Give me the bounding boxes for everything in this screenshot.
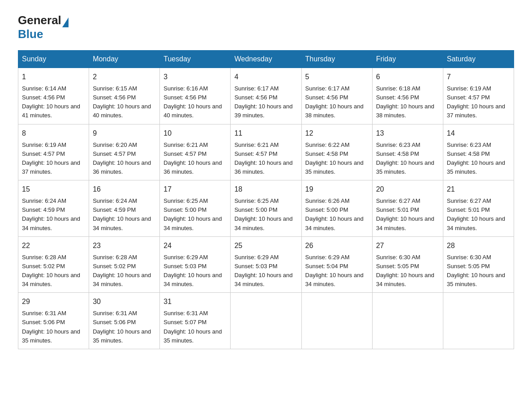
day-info: Sunrise: 6:29 AMSunset: 5:03 PMDaylight:… xyxy=(163,254,222,287)
day-info: Sunrise: 6:31 AMSunset: 5:06 PMDaylight:… xyxy=(22,310,80,343)
day-number: 7 xyxy=(447,72,510,82)
day-info: Sunrise: 6:31 AMSunset: 5:06 PMDaylight:… xyxy=(93,310,151,343)
day-number: 6 xyxy=(376,72,439,82)
day-info: Sunrise: 6:23 AMSunset: 4:58 PMDaylight:… xyxy=(447,141,505,175)
calendar-cell: 10Sunrise: 6:21 AMSunset: 4:57 PMDayligh… xyxy=(160,124,231,180)
calendar-week-row: 15Sunrise: 6:24 AMSunset: 4:59 PMDayligh… xyxy=(18,180,514,237)
day-number: 3 xyxy=(163,72,227,82)
calendar-cell: 25Sunrise: 6:29 AMSunset: 5:03 PMDayligh… xyxy=(231,236,301,293)
calendar-cell: 12Sunrise: 6:22 AMSunset: 4:58 PMDayligh… xyxy=(301,124,372,180)
day-info: Sunrise: 6:17 AMSunset: 4:56 PMDaylight:… xyxy=(305,85,364,119)
calendar-cell: 3Sunrise: 6:16 AMSunset: 4:56 PMDaylight… xyxy=(160,68,231,124)
page-header: General Blue xyxy=(18,13,514,41)
day-info: Sunrise: 6:26 AMSunset: 5:00 PMDaylight:… xyxy=(305,197,364,231)
calendar-cell xyxy=(443,293,514,349)
day-info: Sunrise: 6:15 AMSunset: 4:56 PMDaylight:… xyxy=(93,85,151,119)
calendar-cell xyxy=(301,293,372,349)
day-info: Sunrise: 6:24 AMSunset: 4:59 PMDaylight:… xyxy=(22,197,80,231)
calendar-cell: 11Sunrise: 6:21 AMSunset: 4:57 PMDayligh… xyxy=(231,124,301,180)
calendar-cell: 14Sunrise: 6:23 AMSunset: 4:58 PMDayligh… xyxy=(443,124,514,180)
day-info: Sunrise: 6:27 AMSunset: 5:01 PMDaylight:… xyxy=(447,197,505,231)
col-header-wednesday: Wednesday xyxy=(231,51,301,68)
day-info: Sunrise: 6:31 AMSunset: 5:07 PMDaylight:… xyxy=(163,310,222,343)
calendar-cell: 30Sunrise: 6:31 AMSunset: 5:06 PMDayligh… xyxy=(89,293,160,349)
day-info: Sunrise: 6:14 AMSunset: 4:56 PMDaylight:… xyxy=(22,85,80,119)
calendar-cell: 4Sunrise: 6:17 AMSunset: 4:56 PMDaylight… xyxy=(231,68,301,124)
day-number: 12 xyxy=(305,128,369,139)
calendar-cell: 23Sunrise: 6:28 AMSunset: 5:02 PMDayligh… xyxy=(89,236,160,293)
day-number: 22 xyxy=(22,240,85,251)
calendar-cell: 31Sunrise: 6:31 AMSunset: 5:07 PMDayligh… xyxy=(160,293,231,349)
calendar-week-row: 29Sunrise: 6:31 AMSunset: 5:06 PMDayligh… xyxy=(18,293,514,349)
logo-text-general: General xyxy=(18,13,61,27)
col-header-monday: Monday xyxy=(89,51,160,68)
calendar-cell: 24Sunrise: 6:29 AMSunset: 5:03 PMDayligh… xyxy=(160,236,231,293)
day-number: 26 xyxy=(305,240,369,251)
col-header-friday: Friday xyxy=(372,51,443,68)
day-number: 1 xyxy=(22,72,85,82)
calendar-cell: 2Sunrise: 6:15 AMSunset: 4:56 PMDaylight… xyxy=(89,68,160,124)
day-number: 17 xyxy=(163,184,227,195)
day-info: Sunrise: 6:30 AMSunset: 5:05 PMDaylight:… xyxy=(447,254,505,287)
day-number: 27 xyxy=(376,240,439,251)
calendar-header-row: SundayMondayTuesdayWednesdayThursdayFrid… xyxy=(18,51,514,68)
day-info: Sunrise: 6:25 AMSunset: 5:00 PMDaylight:… xyxy=(234,197,292,231)
calendar-cell: 7Sunrise: 6:19 AMSunset: 4:57 PMDaylight… xyxy=(443,68,514,124)
day-number: 11 xyxy=(234,128,297,139)
day-info: Sunrise: 6:17 AMSunset: 4:56 PMDaylight:… xyxy=(234,85,292,119)
col-header-thursday: Thursday xyxy=(301,51,372,68)
calendar-cell: 21Sunrise: 6:27 AMSunset: 5:01 PMDayligh… xyxy=(443,180,514,237)
day-number: 10 xyxy=(163,128,227,139)
calendar-cell: 27Sunrise: 6:30 AMSunset: 5:05 PMDayligh… xyxy=(372,236,443,293)
day-number: 8 xyxy=(22,128,85,139)
calendar-cell: 19Sunrise: 6:26 AMSunset: 5:00 PMDayligh… xyxy=(301,180,372,237)
calendar-week-row: 22Sunrise: 6:28 AMSunset: 5:02 PMDayligh… xyxy=(18,236,514,293)
calendar-week-row: 1Sunrise: 6:14 AMSunset: 4:56 PMDaylight… xyxy=(18,68,514,124)
day-info: Sunrise: 6:25 AMSunset: 5:00 PMDaylight:… xyxy=(163,197,222,231)
day-info: Sunrise: 6:21 AMSunset: 4:57 PMDaylight:… xyxy=(234,141,292,175)
logo: General Blue xyxy=(18,13,69,41)
day-info: Sunrise: 6:28 AMSunset: 5:02 PMDaylight:… xyxy=(22,254,80,287)
calendar-cell: 28Sunrise: 6:30 AMSunset: 5:05 PMDayligh… xyxy=(443,236,514,293)
day-info: Sunrise: 6:21 AMSunset: 4:57 PMDaylight:… xyxy=(163,141,222,175)
calendar-cell: 13Sunrise: 6:23 AMSunset: 4:58 PMDayligh… xyxy=(372,124,443,180)
day-number: 2 xyxy=(93,72,156,82)
day-info: Sunrise: 6:18 AMSunset: 4:56 PMDaylight:… xyxy=(376,85,434,119)
calendar-cell xyxy=(231,293,301,349)
day-number: 4 xyxy=(234,72,297,82)
calendar-week-row: 8Sunrise: 6:19 AMSunset: 4:57 PMDaylight… xyxy=(18,124,514,180)
day-number: 24 xyxy=(163,240,227,251)
day-info: Sunrise: 6:23 AMSunset: 4:58 PMDaylight:… xyxy=(376,141,434,175)
day-info: Sunrise: 6:22 AMSunset: 4:58 PMDaylight:… xyxy=(305,141,364,175)
day-info: Sunrise: 6:20 AMSunset: 4:57 PMDaylight:… xyxy=(93,141,151,175)
calendar-cell xyxy=(372,293,443,349)
day-number: 31 xyxy=(163,296,227,307)
calendar-cell: 18Sunrise: 6:25 AMSunset: 5:00 PMDayligh… xyxy=(231,180,301,237)
day-info: Sunrise: 6:24 AMSunset: 4:59 PMDaylight:… xyxy=(93,197,151,231)
calendar-cell: 5Sunrise: 6:17 AMSunset: 4:56 PMDaylight… xyxy=(301,68,372,124)
day-number: 14 xyxy=(447,128,510,139)
day-number: 19 xyxy=(305,184,369,195)
calendar-cell: 8Sunrise: 6:19 AMSunset: 4:57 PMDaylight… xyxy=(18,124,89,180)
calendar-cell: 17Sunrise: 6:25 AMSunset: 5:00 PMDayligh… xyxy=(160,180,231,237)
day-info: Sunrise: 6:29 AMSunset: 5:03 PMDaylight:… xyxy=(234,254,292,287)
calendar-cell: 16Sunrise: 6:24 AMSunset: 4:59 PMDayligh… xyxy=(89,180,160,237)
day-info: Sunrise: 6:29 AMSunset: 5:04 PMDaylight:… xyxy=(305,254,364,287)
col-header-sunday: Sunday xyxy=(18,51,89,68)
day-number: 20 xyxy=(376,184,439,195)
day-info: Sunrise: 6:28 AMSunset: 5:02 PMDaylight:… xyxy=(93,254,151,287)
calendar-cell: 1Sunrise: 6:14 AMSunset: 4:56 PMDaylight… xyxy=(18,68,89,124)
col-header-saturday: Saturday xyxy=(443,51,514,68)
day-info: Sunrise: 6:19 AMSunset: 4:57 PMDaylight:… xyxy=(22,141,80,175)
day-number: 13 xyxy=(376,128,439,139)
day-info: Sunrise: 6:30 AMSunset: 5:05 PMDaylight:… xyxy=(376,254,434,287)
logo-text-blue: Blue xyxy=(18,27,43,41)
day-number: 9 xyxy=(93,128,156,139)
day-number: 23 xyxy=(93,240,156,251)
logo-triangle-icon xyxy=(62,17,69,27)
day-number: 30 xyxy=(93,296,156,307)
day-number: 29 xyxy=(22,296,85,307)
calendar-cell: 26Sunrise: 6:29 AMSunset: 5:04 PMDayligh… xyxy=(301,236,372,293)
day-number: 16 xyxy=(93,184,156,195)
calendar-cell: 29Sunrise: 6:31 AMSunset: 5:06 PMDayligh… xyxy=(18,293,89,349)
